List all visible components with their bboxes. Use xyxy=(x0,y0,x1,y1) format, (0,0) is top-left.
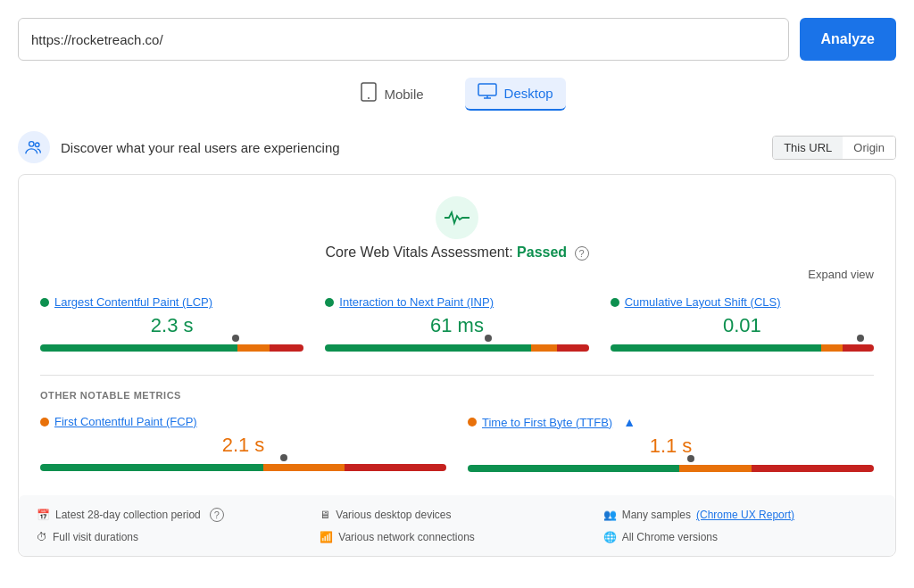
desktop-mode-option[interactable]: Desktop xyxy=(465,78,566,111)
other-metrics-label: OTHER NOTABLE METRICS xyxy=(40,390,874,401)
cwv-assessment-label: Core Web Vitals Assessment: xyxy=(325,244,512,260)
metric-value-inp: 61 ms xyxy=(325,314,588,337)
metric-bar-inp xyxy=(325,344,588,352)
footer-chrome-icon: 🌐 xyxy=(603,531,617,543)
footer-help-icon[interactable]: ? xyxy=(210,508,224,522)
footer-clock-icon: ⏱ xyxy=(37,531,47,543)
this-url-button[interactable]: This URL xyxy=(773,137,843,159)
cwv-help-icon[interactable]: ? xyxy=(575,246,589,261)
metric-marker-lcp xyxy=(230,342,241,354)
metric-item-fcp: First Contentful Paint (FCP)2.1 s xyxy=(40,415,446,474)
svg-rect-2 xyxy=(478,84,496,95)
cwv-title: Core Web Vitals Assessment: Passed ? xyxy=(325,244,588,261)
footer-item-calendar: 📅Latest 28-day collection period? xyxy=(37,508,311,522)
core-metrics-grid: Largest Contentful Paint (LCP)2.3 sInter… xyxy=(40,295,874,353)
svg-point-6 xyxy=(35,143,39,147)
metric-item-cls: Cumulative Layout Shift (CLS)0.01 xyxy=(611,295,874,353)
metric-item-lcp: Largest Contentful Paint (LCP)2.3 s xyxy=(40,295,303,353)
metric-bar-fcp xyxy=(40,464,446,471)
footer-text: Various desktop devices xyxy=(336,509,451,521)
mobile-icon xyxy=(361,82,377,106)
analyze-button[interactable]: Analyze xyxy=(800,18,896,61)
metric-dot-ttfb xyxy=(468,418,477,427)
metric-name-inp[interactable]: Interaction to Next Paint (INP) xyxy=(339,295,494,309)
mobile-label: Mobile xyxy=(384,87,423,102)
expand-view-link[interactable]: Expand view xyxy=(40,268,874,281)
real-users-text: Discover what your real users are experi… xyxy=(61,140,340,155)
metric-value-cls: 0.01 xyxy=(611,314,874,337)
footer-item-monitor: 🖥Various desktop devices xyxy=(320,508,594,522)
metric-bar-ttfb xyxy=(468,465,874,472)
card-footer: 📅Latest 28-day collection period?🖥Variou… xyxy=(19,495,895,556)
metric-value-ttfb: 1.1 s xyxy=(468,435,874,458)
footer-monitor-icon: 🖥 xyxy=(320,509,330,521)
svg-point-1 xyxy=(368,97,370,99)
footer-item-users: 👥Many samples (Chrome UX Report) xyxy=(603,508,877,522)
cwv-status: Passed xyxy=(517,244,567,260)
cwv-header: Core Web Vitals Assessment: Passed ? xyxy=(40,196,874,261)
metric-label-lcp: Largest Contentful Paint (LCP) xyxy=(40,295,303,309)
footer-calendar-icon: 📅 xyxy=(37,509,50,521)
metric-dot-cls xyxy=(611,298,619,307)
desktop-icon xyxy=(478,83,497,104)
metric-item-inp: Interaction to Next Paint (INP)61 ms xyxy=(325,295,588,353)
footer-text: All Chrome versions xyxy=(622,531,718,543)
footer-item-clock: ⏱Full visit durations xyxy=(37,531,311,543)
footer-item-wifi: 📶Various network connections xyxy=(320,531,594,543)
other-metrics-grid: First Contentful Paint (FCP)2.1 sTime to… xyxy=(40,415,874,474)
real-users-left: Discover what your real users are experi… xyxy=(18,131,340,163)
real-users-icon xyxy=(18,131,50,163)
metric-name-fcp[interactable]: First Contentful Paint (FCP) xyxy=(54,415,197,428)
mobile-mode-option[interactable]: Mobile xyxy=(348,77,436,112)
metric-label-cls: Cumulative Layout Shift (CLS) xyxy=(611,295,874,309)
main-card: Core Web Vitals Assessment: Passed ? Exp… xyxy=(18,174,896,557)
metric-label-ttfb: Time to First Byte (TTFB)▲ xyxy=(468,415,874,429)
metric-dot-fcp xyxy=(40,418,49,427)
footer-wifi-icon: 📶 xyxy=(320,531,333,543)
metric-marker-cls xyxy=(855,342,866,354)
cwv-icon xyxy=(436,196,478,239)
url-row: Analyze xyxy=(18,18,896,61)
desktop-label: Desktop xyxy=(504,86,553,101)
footer-text: Many samples xyxy=(622,509,691,521)
metric-value-fcp: 2.1 s xyxy=(40,434,446,457)
metric-name-ttfb[interactable]: Time to First Byte (TTFB) xyxy=(482,416,612,429)
metric-label-fcp: First Contentful Paint (FCP) xyxy=(40,415,446,428)
metric-bar-cls xyxy=(611,344,874,352)
metric-marker-ttfb xyxy=(686,462,696,475)
metric-flag-ttfb: ▲ xyxy=(623,415,636,429)
chrome-ux-report-link[interactable]: (Chrome UX Report) xyxy=(696,509,794,521)
url-origin-toggle: This URL Origin xyxy=(772,136,896,160)
footer-users-icon: 👥 xyxy=(603,509,617,521)
section-divider xyxy=(40,375,874,376)
mode-selector: Mobile Desktop xyxy=(18,77,896,112)
metric-marker-inp xyxy=(483,342,494,354)
metric-name-cls[interactable]: Cumulative Layout Shift (CLS) xyxy=(625,295,781,309)
metric-name-lcp[interactable]: Largest Contentful Paint (LCP) xyxy=(54,295,212,309)
metric-item-ttfb: Time to First Byte (TTFB)▲1.1 s xyxy=(468,415,874,474)
metric-dot-inp xyxy=(325,298,334,307)
footer-text: Latest 28-day collection period xyxy=(55,509,201,521)
metric-bar-lcp xyxy=(40,344,303,352)
metric-dot-lcp xyxy=(40,298,49,307)
url-input[interactable] xyxy=(18,18,789,61)
metric-value-lcp: 2.3 s xyxy=(40,314,303,337)
footer-text: Full visit durations xyxy=(53,531,138,543)
origin-button[interactable]: Origin xyxy=(843,137,895,159)
footer-item-chrome: 🌐All Chrome versions xyxy=(603,531,877,543)
metric-label-inp: Interaction to Next Paint (INP) xyxy=(325,295,588,309)
real-users-banner: Discover what your real users are experi… xyxy=(18,131,896,163)
footer-text: Various network connections xyxy=(338,531,475,543)
svg-point-5 xyxy=(29,142,35,147)
metric-marker-fcp xyxy=(278,461,289,474)
